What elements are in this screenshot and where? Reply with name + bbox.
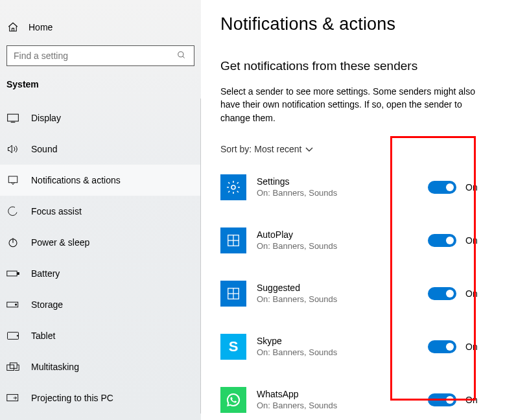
toggle-switch[interactable]: [428, 340, 456, 353]
search-field[interactable]: [6, 45, 194, 66]
sidebar-item-label: Display: [31, 113, 61, 123]
toggle-label: On: [465, 342, 478, 352]
svg-rect-14: [10, 363, 17, 368]
sender-row-whatsapp[interactable]: WhatsApp On: Banners, Sounds On: [220, 380, 499, 420]
main-content: Notifications & actions Get notification…: [201, 0, 516, 420]
multitasking-icon: [6, 360, 19, 373]
sender-row-autoplay[interactable]: AutoPlay On: Banners, Sounds On: [220, 220, 499, 261]
sidebar-item-sound[interactable]: Sound: [0, 134, 200, 165]
notifications-icon: [6, 174, 19, 187]
svg-point-16: [231, 185, 235, 189]
sender-name: WhatsApp: [257, 389, 428, 399]
focus-assist-icon: [6, 205, 19, 218]
sidebar-item-label: Focus assist: [31, 206, 82, 216]
toggle-switch[interactable]: [428, 234, 456, 247]
sender-sub: On: Banners, Sounds: [257, 347, 428, 357]
sidebar-item-display[interactable]: Display: [0, 102, 200, 134]
suggested-app-icon: [220, 281, 246, 307]
svg-point-10: [15, 304, 16, 305]
home-icon: [6, 21, 19, 34]
svg-line-1: [183, 56, 185, 58]
sidebar: Home System Display Sound Noti: [0, 0, 201, 420]
toggle-switch[interactable]: [428, 287, 456, 300]
sidebar-item-tablet[interactable]: Tablet: [0, 320, 200, 351]
sender-name: Settings: [257, 176, 428, 187]
svg-rect-4: [8, 176, 18, 183]
sort-by-label: Sort by:: [220, 144, 252, 154]
sound-icon: [6, 143, 19, 156]
sender-sub: On: Banners, Sounds: [257, 294, 428, 304]
sidebar-item-label: Storage: [31, 299, 63, 310]
search-icon: [177, 51, 187, 61]
display-icon: [6, 111, 19, 124]
sidebar-item-notifications[interactable]: Notifications & actions: [0, 165, 200, 196]
toggle-label: On: [465, 395, 478, 405]
sidebar-item-battery[interactable]: Battery: [0, 258, 200, 289]
search-input[interactable]: [14, 51, 177, 61]
svg-point-0: [178, 52, 183, 57]
svg-rect-7: [7, 271, 17, 276]
sender-name: Skype: [257, 336, 428, 346]
toggle-label: On: [465, 182, 478, 192]
sidebar-item-label: Tablet: [31, 331, 55, 341]
sidebar-item-label: Projecting to this PC: [31, 393, 113, 403]
sidebar-item-label: Battery: [31, 268, 60, 279]
sidebar-item-label: Sound: [31, 144, 57, 154]
sidebar-item-power-sleep[interactable]: Power & sleep: [0, 227, 200, 258]
section-title: Get notifications from these senders: [220, 59, 499, 73]
svg-rect-13: [7, 365, 14, 370]
sidebar-item-multitasking[interactable]: Multitasking: [0, 351, 200, 382]
chevron-down-icon: [305, 144, 313, 154]
toggle-label: On: [465, 288, 478, 299]
sidebar-item-storage[interactable]: Storage: [0, 289, 200, 320]
autoplay-app-icon: [220, 228, 246, 253]
svg-point-12: [17, 335, 18, 336]
toggle-switch[interactable]: [428, 393, 456, 406]
toggle-switch[interactable]: [428, 181, 456, 194]
sender-name: Suggested: [257, 283, 428, 293]
sidebar-item-focus-assist[interactable]: Focus assist: [0, 196, 200, 227]
sidebar-nav: Display Sound Notifications & actions Fo…: [0, 99, 201, 414]
power-icon: [6, 236, 19, 249]
storage-icon: [6, 298, 19, 311]
sidebar-home-label: Home: [29, 22, 53, 32]
tablet-icon: [6, 329, 19, 342]
sidebar-group-title: System: [0, 74, 201, 99]
sort-by-value[interactable]: Most recent: [254, 144, 313, 154]
toggle-label: On: [465, 235, 478, 246]
sidebar-item-projecting[interactable]: Projecting to this PC: [0, 382, 200, 414]
sort-by-row[interactable]: Sort by: Most recent: [220, 144, 499, 154]
settings-app-icon: [220, 174, 246, 200]
section-description: Select a sender to see more settings. So…: [220, 85, 493, 124]
sender-sub: On: Banners, Sounds: [257, 401, 428, 410]
sender-name: AutoPlay: [257, 229, 428, 240]
sender-sub: On: Banners, Sounds: [257, 188, 428, 198]
battery-icon: [6, 267, 19, 280]
projecting-icon: [6, 391, 19, 404]
sender-row-skype[interactable]: S Skype On: Banners, Sounds On: [220, 327, 499, 367]
sidebar-item-label: Notifications & actions: [31, 175, 121, 185]
sidebar-home[interactable]: Home: [0, 18, 201, 43]
sidebar-item-label: Multitasking: [31, 362, 79, 372]
sidebar-item-label: Power & sleep: [31, 237, 89, 248]
sender-sub: On: Banners, Sounds: [257, 241, 428, 251]
svg-rect-8: [18, 272, 19, 274]
sender-row-settings[interactable]: Settings On: Banners, Sounds On: [220, 167, 499, 207]
whatsapp-app-icon: [220, 387, 246, 413]
skype-app-icon: S: [220, 334, 246, 360]
sender-row-suggested[interactable]: Suggested On: Banners, Sounds On: [220, 274, 499, 314]
svg-rect-2: [8, 114, 19, 121]
page-title: Notifications & actions: [220, 14, 499, 34]
